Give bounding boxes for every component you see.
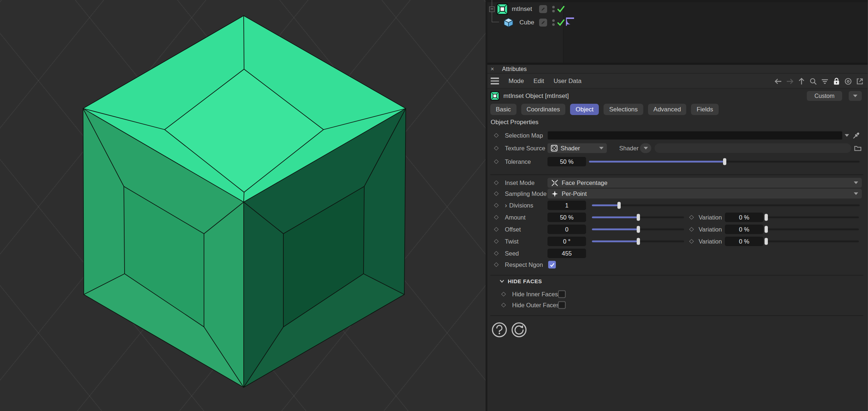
enable-check-icon[interactable] [557, 5, 565, 13]
amount-variation-slider[interactable] [766, 214, 859, 221]
menu-user-data[interactable]: User Data [554, 78, 582, 85]
help-button[interactable] [491, 321, 508, 338]
slider-handle[interactable] [765, 238, 768, 245]
keyframe-diamond-icon[interactable] [494, 146, 499, 151]
offset-slider[interactable] [592, 226, 684, 233]
polygon-selection-tag-icon[interactable] [565, 17, 575, 27]
slider-handle[interactable] [765, 226, 768, 233]
tab-selections[interactable]: Selections [604, 104, 643, 115]
keyframe-diamond-icon[interactable] [494, 133, 499, 138]
amount-slider[interactable] [592, 214, 684, 221]
twist-input[interactable]: 0 ° [547, 237, 586, 246]
amount-input[interactable]: 50 % [547, 213, 586, 222]
tab-fields[interactable]: Fields [691, 104, 718, 115]
keyframe-diamond-icon[interactable] [689, 215, 694, 220]
slider-handle[interactable] [637, 214, 640, 221]
keyframe-diamond-icon[interactable] [494, 227, 499, 232]
keyframe-diamond-icon[interactable] [494, 203, 499, 208]
reset-button[interactable] [511, 321, 527, 338]
keyframe-diamond-icon[interactable] [494, 239, 499, 244]
hamburger-menu-icon[interactable] [491, 78, 499, 84]
tolerance-slider[interactable] [589, 158, 860, 166]
keyframe-diamond-icon[interactable] [494, 191, 499, 196]
texture-source-dropdown[interactable]: Shader [547, 143, 607, 153]
menu-mode[interactable]: Mode [508, 78, 524, 85]
offset-input[interactable]: 0 [547, 225, 586, 234]
filter-icon[interactable] [821, 77, 829, 86]
sampling-mode-dropdown[interactable]: Per-Point [547, 189, 862, 199]
chevron-down-icon[interactable] [845, 134, 849, 137]
twist-variation-input[interactable]: 0 % [725, 237, 763, 246]
inset-cube-mesh[interactable] [0, 0, 486, 411]
hide-inner-faces-checkbox[interactable] [558, 291, 566, 298]
twist-slider[interactable] [592, 238, 684, 245]
keyframe-diamond-icon[interactable] [501, 303, 506, 308]
track-object-icon[interactable] [844, 77, 852, 86]
twist-variation-slider[interactable] [766, 238, 859, 245]
tab-basic[interactable]: Basic [490, 104, 517, 115]
preset-dropdown[interactable]: Custom [807, 91, 842, 101]
object-name[interactable]: Cube [519, 19, 534, 26]
object-row-mtinset[interactable]: − mtInset [487, 3, 563, 16]
inset-generator-icon [496, 3, 508, 15]
object-name[interactable]: mtInset [512, 5, 532, 13]
enable-check-icon[interactable] [557, 19, 565, 27]
keyframe-diamond-icon[interactable] [689, 227, 694, 232]
forward-arrow-icon[interactable] [786, 77, 794, 86]
shader-link-field[interactable] [655, 143, 851, 153]
slider-handle[interactable] [617, 202, 621, 209]
slider-handle[interactable] [765, 214, 768, 221]
viewport-3d[interactable] [0, 0, 486, 411]
new-window-icon[interactable] [856, 77, 864, 86]
slider-handle[interactable] [637, 226, 640, 233]
back-arrow-icon[interactable] [774, 77, 782, 86]
keyframe-diamond-icon[interactable] [494, 181, 499, 185]
shader-options-button[interactable] [640, 143, 651, 153]
search-icon[interactable] [809, 77, 817, 86]
tab-advanced[interactable]: Advanced [648, 104, 687, 115]
menu-edit[interactable]: Edit [534, 78, 544, 85]
tolerance-input[interactable]: 50 % [547, 157, 586, 166]
divisions-slider[interactable] [592, 202, 860, 209]
slider-handle[interactable] [637, 238, 640, 245]
edit-toggle-icon[interactable] [539, 5, 547, 13]
visibility-dots[interactable] [552, 6, 555, 12]
panel-title: Attributes [502, 66, 527, 72]
expand-chevron-icon[interactable]: › [505, 202, 507, 209]
param-label: Texture Source [505, 145, 545, 152]
row-inset-mode: Inset Mode Face Percentage [487, 177, 868, 188]
seed-input[interactable]: 455 [547, 249, 586, 258]
keyframe-diamond-icon[interactable] [494, 262, 499, 267]
offset-variation-slider[interactable] [766, 226, 859, 233]
chevron-down-icon [599, 147, 604, 150]
tab-coordinates[interactable]: Coordinates [521, 104, 566, 115]
row-offset: Offset 0 Variation 0 % [487, 224, 868, 235]
preset-dropdown-arrow[interactable] [849, 91, 862, 101]
param-label: Inset Mode [505, 179, 535, 186]
slider-handle[interactable] [723, 158, 726, 165]
visibility-dots[interactable] [552, 19, 555, 26]
object-row-cube[interactable]: Cube [487, 16, 563, 29]
lock-icon[interactable] [832, 77, 841, 86]
expand-collapse-icon[interactable]: − [489, 7, 495, 12]
keyframe-diamond-icon[interactable] [494, 215, 499, 220]
keyframe-diamond-icon[interactable] [494, 159, 499, 164]
divisions-input[interactable]: 1 [547, 201, 586, 210]
close-icon[interactable]: × [491, 66, 494, 72]
folder-icon[interactable] [854, 144, 862, 152]
hide-outer-faces-checkbox[interactable] [558, 301, 566, 309]
keyframe-diamond-icon[interactable] [494, 251, 499, 256]
amount-variation-input[interactable]: 0 % [725, 213, 763, 222]
param-label: Respect Ngon [505, 261, 543, 268]
hide-faces-header[interactable]: HIDE FACES [487, 276, 868, 286]
inset-mode-dropdown[interactable]: Face Percentage [547, 178, 862, 188]
edit-toggle-icon[interactable] [539, 19, 547, 27]
offset-variation-input[interactable]: 0 % [725, 225, 763, 234]
keyframe-diamond-icon[interactable] [689, 239, 694, 244]
eyedropper-icon[interactable] [852, 131, 860, 139]
tab-object[interactable]: Object [570, 104, 599, 115]
respect-ngon-checkbox[interactable] [548, 261, 556, 269]
up-arrow-icon[interactable] [797, 77, 806, 86]
selection-map-field[interactable] [547, 131, 843, 140]
keyframe-diamond-icon[interactable] [501, 292, 506, 297]
